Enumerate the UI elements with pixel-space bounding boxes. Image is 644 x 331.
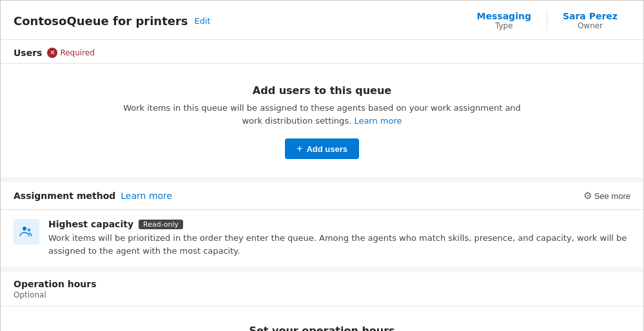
users-section-header: Users ✕ Required [1,40,643,64]
assignment-section-title: Assignment method [14,191,115,201]
add-users-button-label: Add users [306,144,347,154]
required-icon: ✕ [47,48,57,58]
add-users-desc-text: Work items in this queue will be assigne… [123,103,521,126]
required-badge: ✕ Required [47,48,94,58]
header-type-label: Type [477,21,531,30]
assignment-method-description: Work items will be prioritized in the or… [48,232,630,257]
users-section-title: Users [14,48,42,58]
page-header: ContosoQueue for printers Edit Messaging… [1,1,643,40]
header-left: ContosoQueue for printers Edit [14,14,211,28]
assignment-method-icon-wrap [14,219,39,245]
add-users-card-description: Work items in this queue will be assigne… [122,102,522,127]
header-owner-label: Owner [563,21,618,30]
set-operation-hours-card: Set your operation hours Choose the days… [1,306,643,331]
page-title: ContosoQueue for printers [14,14,188,28]
see-more-button[interactable]: ⚙ See more [583,190,630,202]
header-meta-type: Messaging Type [464,11,544,30]
assignment-name-row: Highest capacity Read-only [48,219,630,229]
content-area: Users ✕ Required Add users to this queue… [1,40,643,331]
assignment-section: Assignment method Learn more ⚙ See more [1,182,643,267]
add-users-button[interactable]: + Add users [285,138,359,159]
header-owner-value[interactable]: Sara Perez [563,11,618,21]
section-gap-2 [1,267,643,272]
assignment-header-left: Assignment method Learn more [14,191,172,201]
svg-point-0 [23,227,26,231]
header-right: Messaging Type Sara Perez Owner [464,11,630,30]
assignment-learn-more-link[interactable]: Learn more [121,191,172,201]
see-more-label: See more [594,191,630,201]
assignment-method-card: Highest capacity Read-only Work items wi… [1,210,643,267]
op-card-title: Set your operation hours [249,325,395,331]
assignment-method-info: Highest capacity Read-only Work items wi… [48,219,630,257]
users-learn-more-link[interactable]: Learn more [354,116,402,126]
add-users-plus-icon: + [297,144,302,154]
assignment-method-icon [19,224,34,240]
header-type-value[interactable]: Messaging [477,11,531,21]
header-divider [547,11,547,30]
assignment-method-name: Highest capacity [48,219,133,229]
gear-icon: ⚙ [583,190,592,202]
users-header-left: Users ✕ Required [14,48,95,58]
add-users-card-title: Add users to this queue [253,84,391,97]
readonly-badge: Read-only [139,220,183,229]
required-label: Required [60,48,94,57]
add-users-card: Add users to this queue Work items in th… [1,64,643,177]
op-section-title: Operation hours [14,279,97,289]
op-optional-label: Optional [1,290,643,306]
header-meta-owner: Sara Perez Owner [550,11,630,30]
operation-hours-section: Operation hours Optional Set your operat… [1,272,643,331]
edit-link[interactable]: Edit [195,16,211,26]
section-gap-1 [1,177,643,182]
assignment-section-header: Assignment method Learn more ⚙ See more [1,182,643,210]
svg-point-1 [28,229,31,232]
users-section: Users ✕ Required Add users to this queue… [1,40,643,177]
op-section-header: Operation hours [1,272,643,290]
